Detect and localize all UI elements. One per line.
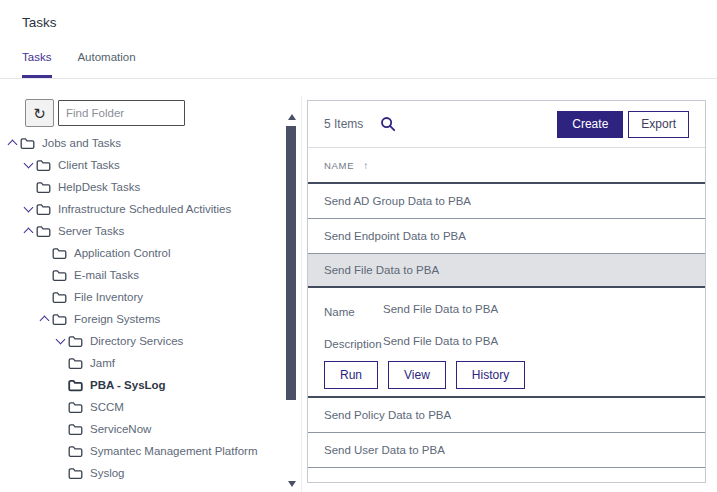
page-title: Tasks xyxy=(22,15,57,30)
tree-item[interactable]: File Inventory xyxy=(0,286,284,308)
folder-icon xyxy=(68,401,83,414)
tree-item-label: Infrastructure Scheduled Activities xyxy=(58,203,231,215)
folder-icon xyxy=(68,423,83,436)
tree-item-label: HelpDesk Tasks xyxy=(58,181,140,193)
table-row[interactable]: Send AD Group Data to PBA xyxy=(308,184,705,219)
tree-item[interactable]: Symantec Management Platform xyxy=(0,440,284,462)
run-button[interactable]: Run xyxy=(324,361,378,389)
tree-item-label: Server Tasks xyxy=(58,225,124,237)
search-icon xyxy=(380,116,396,132)
tree-item[interactable]: Jobs and Tasks xyxy=(0,132,284,154)
folder-tree: Jobs and Tasks Client Tasks HelpDesk Tas… xyxy=(0,132,284,484)
sort-ascending-icon: ↑ xyxy=(363,160,369,171)
tree-item[interactable]: Infrastructure Scheduled Activities xyxy=(0,198,284,220)
find-folder-input[interactable] xyxy=(58,100,185,126)
tree-item-label: File Inventory xyxy=(74,291,143,303)
refresh-icon: ↻ xyxy=(33,106,46,121)
tasks-toolbar: 5 Items Create Export xyxy=(308,101,705,148)
tree-item-label: ServiceNow xyxy=(90,423,151,435)
tree-item[interactable]: Client Tasks xyxy=(0,154,284,176)
item-count: 5 Items xyxy=(324,117,363,131)
tab-bar: Tasks Automation xyxy=(22,51,136,73)
chevron-up-icon[interactable] xyxy=(20,223,36,239)
name-column-label: NAME xyxy=(324,160,354,171)
task-detail-panel: Name Send File Data to PBA Description S… xyxy=(308,288,705,398)
tree-item-label: E-mail Tasks xyxy=(74,269,139,281)
detail-description-label: Description xyxy=(324,335,383,350)
tree-item[interactable]: HelpDesk Tasks xyxy=(0,176,284,198)
export-button[interactable]: Export xyxy=(628,111,689,138)
tree-item[interactable]: Syslog xyxy=(0,462,284,484)
tabbar-divider xyxy=(0,78,717,79)
tree-item-label: Foreign Systems xyxy=(74,313,160,325)
detail-name-value: Send File Data to PBA xyxy=(383,303,498,318)
folder-icon xyxy=(68,445,83,458)
folder-icon xyxy=(36,159,51,172)
chevron-up-icon[interactable] xyxy=(4,135,20,151)
tab-tasks[interactable]: Tasks xyxy=(22,51,51,73)
detail-description-value: Send File Data to PBA xyxy=(383,335,498,350)
tree-item-label: PBA - SysLog xyxy=(90,379,166,391)
search-button[interactable] xyxy=(380,116,396,132)
history-button[interactable]: History xyxy=(456,361,525,389)
folder-icon xyxy=(68,379,83,392)
table-row[interactable]: Send Endpoint Data to PBA xyxy=(308,219,705,254)
tree-item-label: Client Tasks xyxy=(58,159,120,171)
create-button[interactable]: Create xyxy=(557,111,623,138)
folder-icon xyxy=(52,313,67,326)
tree-scrollbar-thumb[interactable] xyxy=(286,126,296,400)
tree-item[interactable]: Jamf xyxy=(0,352,284,374)
tree-item-label: Jamf xyxy=(90,357,115,369)
tree-item-label: Application Control xyxy=(74,247,171,259)
view-button[interactable]: View xyxy=(388,361,446,389)
pane-divider xyxy=(301,96,302,492)
tasks-panel: 5 Items Create Export NAME ↑ Send AD Gro… xyxy=(307,100,706,483)
chevron-down-icon[interactable] xyxy=(20,157,36,173)
folder-icon xyxy=(52,269,67,282)
detail-name-label: Name xyxy=(324,303,383,318)
tree-item[interactable]: PBA - SysLog xyxy=(0,374,284,396)
tab-automation[interactable]: Automation xyxy=(77,51,135,73)
tree-item-label: Jobs and Tasks xyxy=(42,137,121,149)
folder-icon xyxy=(52,247,67,260)
chevron-down-icon[interactable] xyxy=(52,333,68,349)
table-row-selected[interactable]: Send File Data to PBA xyxy=(308,254,705,288)
folder-icon xyxy=(68,467,83,480)
table-row-empty xyxy=(308,468,705,482)
folder-icon xyxy=(52,291,67,304)
folder-icon xyxy=(36,225,51,238)
tree-item[interactable]: ServiceNow xyxy=(0,418,284,440)
tree-item[interactable]: Foreign Systems xyxy=(0,308,284,330)
folder-icon xyxy=(36,203,51,216)
tree-item-label: SCCM xyxy=(90,401,124,413)
scrollbar-up-arrow-icon[interactable] xyxy=(288,114,296,120)
tree-item-label: Directory Services xyxy=(90,335,183,347)
tree-item-label: Symantec Management Platform xyxy=(90,445,257,457)
scrollbar-down-arrow-icon[interactable] xyxy=(288,481,296,487)
tree-item[interactable]: Server Tasks xyxy=(0,220,284,242)
table-row[interactable]: Send User Data to PBA xyxy=(308,433,705,468)
tree-item[interactable]: Directory Services xyxy=(0,330,284,352)
tree-item[interactable]: E-mail Tasks xyxy=(0,264,284,286)
tree-item-label: Syslog xyxy=(90,467,125,479)
refresh-button[interactable]: ↻ xyxy=(25,99,54,127)
chevron-up-icon[interactable] xyxy=(36,311,52,327)
folder-icon xyxy=(68,357,83,370)
folder-icon xyxy=(36,181,51,194)
table-row[interactable]: Send Policy Data to PBA xyxy=(308,398,705,433)
chevron-down-icon[interactable] xyxy=(20,201,36,217)
folder-icon xyxy=(68,335,83,348)
tree-item[interactable]: SCCM xyxy=(0,396,284,418)
folder-icon xyxy=(20,137,35,150)
tree-item[interactable]: Application Control xyxy=(0,242,284,264)
name-column-header[interactable]: NAME ↑ xyxy=(308,148,705,184)
